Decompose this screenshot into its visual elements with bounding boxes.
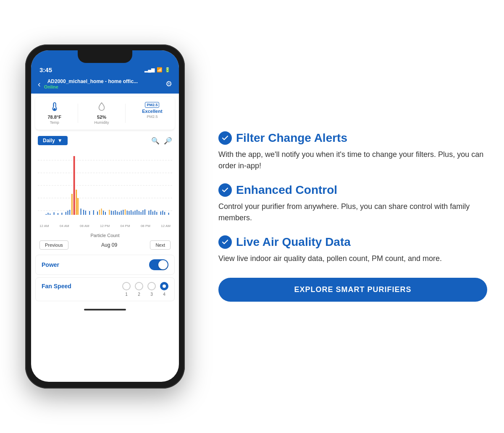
fan-speed-label: Fan Speed — [42, 283, 71, 290]
chart-area: 12 AM 04 AM 08 AM 12 PM 04 PM 08 PM 12 A… — [31, 148, 179, 228]
feature-filter-change: Filter Change Alerts With the app, we'll… — [218, 131, 487, 172]
humidity-sensor: 52% Humidity — [94, 102, 109, 125]
feature-title-air: Live Air Quality Data — [236, 236, 351, 249]
settings-icon[interactable]: ⚙ — [165, 79, 172, 89]
svg-rect-20 — [69, 210, 70, 215]
divider-1 — [78, 104, 78, 123]
svg-rect-13 — [48, 213, 49, 215]
fan-speed-3[interactable] — [147, 282, 156, 290]
phone-screen: 3:45 ▂▄▆ 📶 🔋 ‹ AD2000_michael_home - hom… — [31, 50, 179, 382]
fan-speed-numbers: 1 2 3 4 — [121, 292, 168, 297]
chart-controls: Daily ▼ 🔍 🔎 — [31, 133, 179, 148]
svg-rect-25 — [93, 210, 94, 215]
check-icon-air — [218, 235, 232, 249]
pm25-value: Excellent — [142, 109, 162, 114]
daily-button[interactable]: Daily ▼ — [38, 136, 68, 145]
x-label-4: 04 PM — [120, 224, 130, 228]
svg-rect-56 — [162, 211, 163, 215]
fan-num-1: 1 — [122, 292, 131, 297]
svg-rect-30 — [105, 212, 106, 215]
x-label-6: 12 AM — [161, 224, 171, 228]
svg-rect-41 — [129, 211, 129, 215]
power-toggle[interactable] — [149, 259, 168, 270]
home-bar — [84, 309, 126, 310]
feature-enhanced-control: Enhanced Control Control your purifier f… — [218, 183, 487, 224]
svg-rect-38 — [123, 210, 123, 215]
feature-air-heading: Live Air Quality Data — [218, 235, 487, 249]
fan-speed-1[interactable] — [122, 282, 131, 290]
svg-rect-47 — [141, 212, 142, 215]
fan-speed-row: Fan Speed 1 2 3 4 — [35, 277, 175, 301]
zoom-out-icon[interactable]: 🔍 — [151, 137, 160, 145]
svg-rect-44 — [135, 211, 136, 215]
svg-rect-39 — [125, 209, 126, 215]
feature-filter-heading: Filter Change Alerts — [218, 131, 487, 145]
divider-2 — [125, 104, 126, 123]
phone-mockup: 3:45 ▂▄▆ 📶 🔋 ‹ AD2000_michael_home - hom… — [25, 44, 185, 389]
current-date: Aug 09 — [101, 242, 117, 248]
svg-rect-40 — [127, 211, 128, 215]
svg-rect-19 — [68, 211, 68, 215]
svg-rect-43 — [133, 211, 134, 215]
svg-rect-57 — [164, 212, 165, 215]
chart-svg — [38, 148, 172, 223]
svg-rect-31 — [109, 210, 110, 215]
svg-rect-24 — [89, 211, 90, 215]
svg-rect-27 — [99, 210, 100, 215]
device-title: AD2000_michael_home - home offic... — [47, 78, 159, 84]
humidity-value: 52% — [97, 115, 106, 120]
svg-rect-48 — [142, 210, 143, 215]
home-indicator — [31, 305, 179, 314]
fan-speed-4[interactable] — [160, 282, 168, 290]
date-navigation: Previous Aug 09 Next — [39, 240, 171, 250]
temp-label: Temp — [50, 120, 59, 125]
temp-value: 78.8°F — [47, 115, 61, 120]
svg-rect-32 — [111, 211, 112, 215]
fan-num-4: 4 — [160, 292, 168, 297]
particle-count-label: Particle Count — [39, 233, 171, 238]
check-icon-filter — [218, 131, 232, 145]
svg-rect-36 — [119, 212, 120, 215]
x-label-0: 12 AM — [39, 224, 49, 228]
svg-rect-14 — [50, 214, 50, 215]
humidity-label: Humidity — [94, 120, 109, 125]
svg-rect-9 — [71, 194, 73, 215]
svg-rect-29 — [103, 211, 104, 215]
back-button[interactable]: ‹ — [38, 79, 41, 89]
right-content: Filter Change Alerts With the app, we'll… — [218, 131, 487, 302]
fan-speed-2[interactable] — [135, 282, 143, 290]
next-button[interactable]: Next — [150, 240, 171, 250]
svg-rect-33 — [113, 211, 114, 215]
svg-rect-35 — [117, 211, 118, 215]
x-label-2: 08 AM — [80, 224, 89, 228]
feature-air-quality: Live Air Quality Data View live indoor a… — [218, 235, 487, 264]
zoom-icons: 🔍 🔎 — [151, 137, 172, 145]
cta-button[interactable]: EXPLORE SMART PURIFIERS — [218, 278, 487, 302]
feature-title-filter: Filter Change Alerts — [236, 132, 347, 145]
feature-desc-air: View live indoor air quality data, polle… — [218, 253, 487, 264]
battery-icon: 🔋 — [165, 67, 171, 73]
status-time: 3:45 — [39, 66, 52, 73]
svg-rect-12 — [46, 214, 47, 215]
svg-rect-10 — [76, 190, 77, 215]
daily-label: Daily — [43, 138, 55, 143]
signal-icon: ▂▄▆ — [144, 67, 155, 73]
svg-rect-42 — [131, 210, 131, 215]
pm25-sensor: PM2.5 Excellent PM2.5 — [142, 102, 162, 125]
svg-rect-23 — [85, 211, 86, 215]
toggle-knob — [158, 260, 168, 269]
feature-control-heading: Enhanced Control — [218, 183, 487, 197]
fan-speed-options — [122, 282, 168, 290]
feature-desc-control: Control your purifier from anywhere. Plu… — [218, 201, 487, 224]
svg-rect-8 — [74, 156, 75, 215]
sensors-row: 78.8°F Temp 52% Humidity — [35, 97, 175, 130]
zoom-in-icon[interactable]: 🔎 — [164, 137, 172, 145]
previous-button[interactable]: Previous — [39, 240, 68, 250]
svg-rect-37 — [121, 211, 122, 215]
particle-nav: Particle Count Previous Aug 09 Next — [35, 230, 175, 252]
svg-rect-18 — [66, 212, 66, 215]
svg-rect-11 — [77, 198, 79, 215]
temp-sensor: 78.8°F Temp — [47, 102, 61, 125]
svg-rect-22 — [83, 210, 84, 215]
nav-title-block: AD2000_michael_home - home offic... Onli… — [44, 78, 162, 89]
